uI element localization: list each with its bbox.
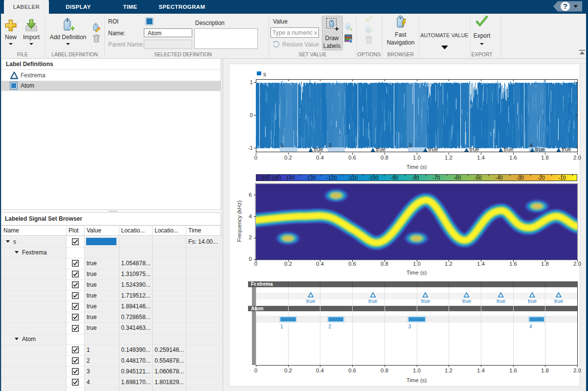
svg-text:?: ?: [563, 2, 567, 10]
